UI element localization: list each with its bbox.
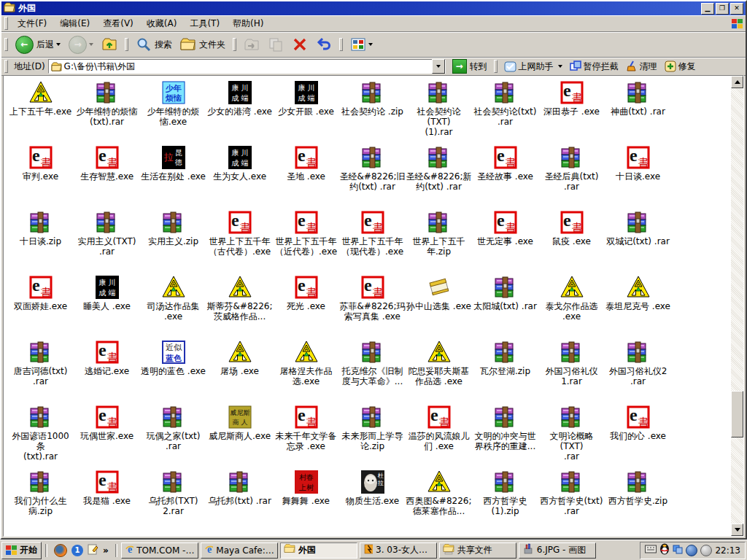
file-item[interactable]: A屠格涅夫作品 选.exe [273,341,339,405]
file-item[interactable]: e書温莎的风流娘儿 们 .exe [406,405,472,470]
file-item[interactable]: 双城记(txt) .rar [605,211,671,276]
file-item[interactable]: e書圣地 .exe [273,146,339,211]
file-item[interactable]: A司汤达作品集 .exe [140,276,206,341]
file-item[interactable]: 社会契约论 .zip [339,81,406,146]
task-button-1[interactable]: eMaya Cafe: ww... [201,542,278,559]
repair-button[interactable]: 修复 [661,61,700,73]
im-icon[interactable] [673,544,683,556]
menu-item-5[interactable]: 帮助(H) [226,15,270,32]
menu-item-4[interactable]: 工具(T) [183,15,226,32]
firefox-icon[interactable] [54,544,67,557]
file-item[interactable]: e書世界上下五千年 （古代卷）.exe [206,211,273,276]
file-item[interactable]: 未来形而上学导 论.zip [339,405,406,470]
file-item[interactable]: 西方哲学史 (1).zip [472,470,538,535]
forward-button[interactable]: → [65,34,97,55]
file-item[interactable]: 少年维特的烦恼 (txt).rar [74,81,140,146]
file-item[interactable]: A屠场 .exe [206,341,273,405]
file-item[interactable]: e書鼠疫 .exe [538,211,605,276]
file-item[interactable]: e書世无定事 .exe [472,211,538,276]
close-button[interactable]: ✕ [730,3,743,15]
clean-button[interactable]: 清理 [622,61,661,73]
file-item[interactable]: 文明的冲突与世 界秩序的重建... [472,405,538,470]
file-item[interactable]: 拉昆德生活在别处 .exe [140,146,206,211]
file-item[interactable]: 孙中山选集 .exe [406,276,472,341]
file-item[interactable]: 唐吉诃德(txt) .rar [7,341,74,405]
task-button-0[interactable]: eTOM.COM - Mic... [121,542,198,559]
file-item[interactable]: e書生存智慧.exe [74,146,140,211]
menu-item-1[interactable]: 编辑(E) [53,15,96,32]
task-button-3[interactable]: 3. 03-女人香 - ... [360,542,437,559]
scrollbar-thumb[interactable] [731,391,743,438]
menubar-grip[interactable] [4,17,8,30]
vertical-scrollbar[interactable] [731,76,743,536]
file-item[interactable]: 外国习俗礼仪2 .rar [605,341,671,405]
address-path[interactable]: G:\备份\书籍\外国 [64,61,430,73]
search-button[interactable]: 搜索 [132,34,176,55]
file-item[interactable]: 康 川成 端睡美人 .exe [74,276,140,341]
volume-icon[interactable] [700,545,712,556]
file-item[interactable]: 圣经&#8226;新 约(txt) .rar [406,146,472,211]
file-item[interactable]: e書深田恭子 .exe [538,81,605,146]
minimize-button[interactable]: ▁ [701,3,714,15]
file-item[interactable]: 圣经后典(txt) .rar [538,146,605,211]
file-item[interactable]: 太阳城(txt) .rar [472,276,538,341]
file-item[interactable]: 瓦尔登湖.zip [472,341,538,405]
file-item[interactable]: 康 川成 端少女的港湾 .exe [206,81,273,146]
file-item[interactable]: 康 川成 端生为女人.exe [206,146,273,211]
address-dropdown-button[interactable] [432,59,445,74]
file-item[interactable]: 近似蓝色透明的蓝色 .exe [140,341,206,405]
file-item[interactable]: 西方哲学史(txt) .rar [538,470,605,535]
file-item[interactable]: 世界上下五千 年.zip [406,211,472,276]
file-item[interactable]: e書十日谈.exe [605,146,671,211]
forward-dropdown-icon[interactable] [89,43,93,46]
folders-button[interactable]: 文件夹 [177,34,229,55]
up-button[interactable] [98,34,121,55]
back-button[interactable]: ← 后退 [12,34,64,55]
file-item[interactable]: e書我们的心 .exe [605,405,671,470]
file-item[interactable]: 实用主义(TXT) .rar [74,211,140,276]
copy-to-button[interactable] [264,34,287,55]
file-item[interactable]: 我们为什么生 病.zip [7,470,74,535]
scroll-down-button[interactable] [731,524,743,536]
addressbar-grip[interactable] [4,60,8,73]
file-item[interactable]: 托克维尔《旧制 度与大革命》... [339,341,406,405]
file-item[interactable]: e書死光 .exe [273,276,339,341]
file-item[interactable]: 乌托邦(TXT) 2.rar [140,470,206,535]
file-item[interactable]: 乌托邦(txt) .rar [206,470,273,535]
file-item[interactable]: 玩偶之家(txt) .rar [140,405,206,470]
file-item[interactable]: 威尼斯商 人威尼斯商人.exe [206,405,273,470]
file-item[interactable]: 十日谈.zip [7,211,74,276]
file-item[interactable]: 西方哲学史.zip [605,470,671,535]
keyboard-layout-icon[interactable] [645,545,657,556]
undo-button[interactable] [312,34,336,55]
file-item[interactable]: e書世界上下五千年 （近代卷）.exe [273,211,339,276]
file-item[interactable]: A泰戈尔作品选 .exe [538,276,605,341]
file-item[interactable]: e書世界上下五千年 （现代卷）.exe [339,211,406,276]
file-item[interactable]: A西奥图&#8226; 德莱塞作品... [406,470,472,535]
assistant-button[interactable]: 上网助手 [500,61,566,73]
file-item[interactable]: e書玩偶世家.exe [74,405,140,470]
menu-item-3[interactable]: 收藏(A) [140,15,184,32]
file-item[interactable]: 社会契约论(TXT) (1).rar [406,81,472,146]
go-button[interactable]: → 转到 [449,58,491,74]
file-item[interactable]: 圣经&#8226;旧 约(txt) .rar [339,146,406,211]
file-item[interactable]: 社会契约论(txt) .rar [472,81,538,146]
task-button-2[interactable]: 外国 [280,542,357,559]
menu-item-2[interactable]: 查看(V) [96,15,140,32]
scroll-up-button[interactable] [731,76,743,88]
file-item[interactable]: e書苏菲&#8226;玛 索写真集 .exe [339,276,406,341]
delete-button[interactable] [288,34,311,55]
address-field[interactable]: G:\备份\书籍\外国 [48,59,446,74]
file-item[interactable]: 村春上树舞舞舞 .exe [273,470,339,535]
task-button-5[interactable]: 6.JPG - 画图 [519,542,596,559]
move-to-button[interactable] [240,34,263,55]
file-item[interactable]: e書审判.exe [7,146,74,211]
file-item[interactable]: 外国谚语1000条 (txt).rar [7,405,74,470]
toolbar-grip[interactable] [4,38,8,51]
assistant-dropdown-icon[interactable] [558,65,562,68]
messenger-icon[interactable]: 1 [71,545,83,556]
file-item[interactable]: 外国习俗礼仪 1.rar [538,341,605,405]
notes-icon[interactable] [88,543,98,557]
views-dropdown-icon[interactable] [368,43,373,46]
file-item[interactable]: A上下五千年.exe [7,81,74,146]
